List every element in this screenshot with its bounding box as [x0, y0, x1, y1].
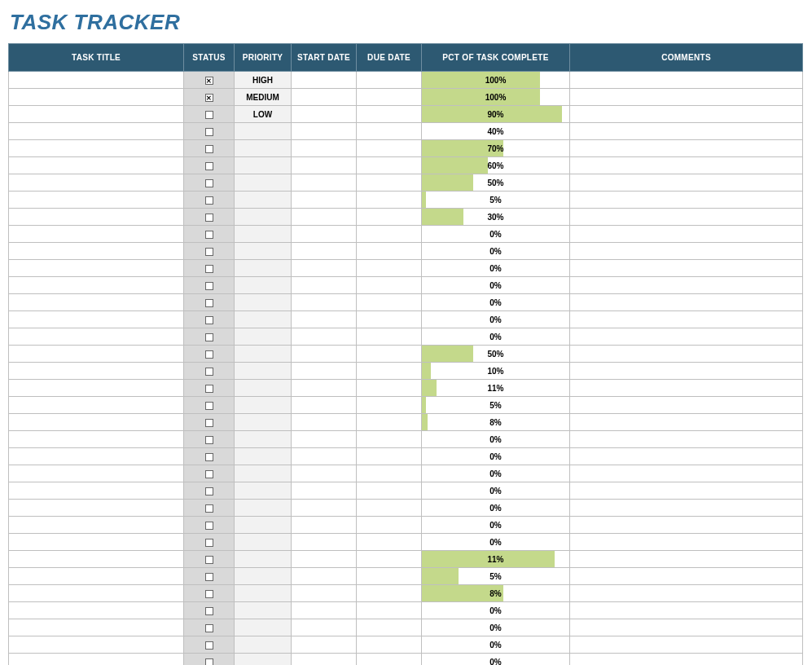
- comments-cell[interactable]: [570, 72, 803, 89]
- priority-cell[interactable]: HIGH: [235, 72, 292, 89]
- status-cell[interactable]: [184, 140, 235, 157]
- status-cell[interactable]: [184, 636, 235, 654]
- status-checkbox[interactable]: [205, 196, 213, 205]
- status-cell[interactable]: [184, 363, 235, 380]
- status-checkbox[interactable]: [205, 162, 213, 170]
- status-checkbox[interactable]: [205, 316, 213, 324]
- status-cell[interactable]: [184, 654, 235, 666]
- priority-cell[interactable]: [235, 465, 292, 482]
- status-checkbox[interactable]: [205, 539, 213, 547]
- task-title-cell[interactable]: [9, 534, 184, 551]
- start-date-cell[interactable]: [292, 123, 357, 140]
- status-checkbox[interactable]: [205, 265, 213, 273]
- start-date-cell[interactable]: [292, 414, 357, 431]
- priority-cell[interactable]: [235, 209, 292, 226]
- comments-cell[interactable]: [570, 568, 803, 585]
- start-date-cell[interactable]: [292, 482, 357, 500]
- due-date-cell[interactable]: [357, 243, 422, 260]
- priority-cell[interactable]: [235, 123, 292, 140]
- status-cell[interactable]: [184, 294, 235, 311]
- comments-cell[interactable]: [570, 534, 803, 551]
- status-checkbox[interactable]: [205, 128, 213, 136]
- status-checkbox[interactable]: [205, 590, 213, 598]
- due-date-cell[interactable]: [357, 192, 422, 209]
- task-title-cell[interactable]: [9, 106, 184, 123]
- status-checkbox[interactable]: [205, 504, 213, 513]
- priority-cell[interactable]: [235, 448, 292, 465]
- priority-cell[interactable]: [235, 568, 292, 585]
- due-date-cell[interactable]: [357, 277, 422, 294]
- task-title-cell[interactable]: [9, 500, 184, 517]
- priority-cell[interactable]: [235, 294, 292, 311]
- pct-complete-cell[interactable]: 8%: [422, 414, 570, 431]
- due-date-cell[interactable]: [357, 363, 422, 380]
- task-title-cell[interactable]: [9, 585, 184, 602]
- pct-complete-cell[interactable]: 5%: [422, 568, 570, 585]
- pct-complete-cell[interactable]: 0%: [422, 311, 570, 328]
- task-title-cell[interactable]: [9, 568, 184, 585]
- status-cell[interactable]: [184, 414, 235, 431]
- status-checkbox[interactable]: [205, 299, 213, 307]
- start-date-cell[interactable]: [292, 346, 357, 363]
- pct-complete-cell[interactable]: 60%: [422, 157, 570, 174]
- due-date-cell[interactable]: [357, 260, 422, 277]
- pct-complete-cell[interactable]: 0%: [422, 636, 570, 654]
- status-checkbox[interactable]: [205, 419, 213, 427]
- status-cell[interactable]: [184, 157, 235, 174]
- due-date-cell[interactable]: [357, 226, 422, 243]
- priority-cell[interactable]: LOW: [235, 106, 292, 123]
- status-checkbox[interactable]: [205, 214, 213, 222]
- due-date-cell[interactable]: [357, 140, 422, 157]
- priority-cell[interactable]: [235, 500, 292, 517]
- priority-cell[interactable]: [235, 174, 292, 192]
- status-cell[interactable]: [184, 500, 235, 517]
- comments-cell[interactable]: [570, 465, 803, 482]
- status-checkbox[interactable]: [205, 522, 213, 530]
- priority-cell[interactable]: [235, 482, 292, 500]
- start-date-cell[interactable]: [292, 500, 357, 517]
- comments-cell[interactable]: [570, 294, 803, 311]
- task-title-cell[interactable]: [9, 363, 184, 380]
- pct-complete-cell[interactable]: 0%: [422, 328, 570, 346]
- due-date-cell[interactable]: [357, 654, 422, 666]
- start-date-cell[interactable]: [292, 363, 357, 380]
- status-checkbox[interactable]: [205, 658, 213, 665]
- comments-cell[interactable]: [570, 192, 803, 209]
- due-date-cell[interactable]: [357, 551, 422, 568]
- comments-cell[interactable]: [570, 140, 803, 157]
- pct-complete-cell[interactable]: 0%: [422, 431, 570, 448]
- status-cell[interactable]: [184, 619, 235, 636]
- status-cell[interactable]: [184, 551, 235, 568]
- pct-complete-cell[interactable]: 50%: [422, 174, 570, 192]
- status-cell[interactable]: [184, 243, 235, 260]
- pct-complete-cell[interactable]: 70%: [422, 140, 570, 157]
- start-date-cell[interactable]: [292, 534, 357, 551]
- due-date-cell[interactable]: [357, 328, 422, 346]
- pct-complete-cell[interactable]: 0%: [422, 465, 570, 482]
- status-checkbox[interactable]: [205, 350, 213, 359]
- status-checkbox[interactable]: [205, 624, 213, 632]
- task-title-cell[interactable]: [9, 380, 184, 397]
- priority-cell[interactable]: MEDIUM: [235, 89, 292, 106]
- status-cell[interactable]: [184, 328, 235, 346]
- due-date-cell[interactable]: [357, 448, 422, 465]
- due-date-cell[interactable]: [357, 311, 422, 328]
- status-checkbox[interactable]: [205, 77, 213, 85]
- comments-cell[interactable]: [570, 226, 803, 243]
- start-date-cell[interactable]: [292, 243, 357, 260]
- comments-cell[interactable]: [570, 500, 803, 517]
- start-date-cell[interactable]: [292, 294, 357, 311]
- task-title-cell[interactable]: [9, 123, 184, 140]
- start-date-cell[interactable]: [292, 89, 357, 106]
- due-date-cell[interactable]: [357, 517, 422, 534]
- due-date-cell[interactable]: [357, 482, 422, 500]
- pct-complete-cell[interactable]: 0%: [422, 619, 570, 636]
- pct-complete-cell[interactable]: 50%: [422, 346, 570, 363]
- task-title-cell[interactable]: [9, 140, 184, 157]
- status-cell[interactable]: [184, 346, 235, 363]
- status-cell[interactable]: [184, 123, 235, 140]
- status-cell[interactable]: [184, 192, 235, 209]
- due-date-cell[interactable]: [357, 106, 422, 123]
- start-date-cell[interactable]: [292, 209, 357, 226]
- status-cell[interactable]: [184, 534, 235, 551]
